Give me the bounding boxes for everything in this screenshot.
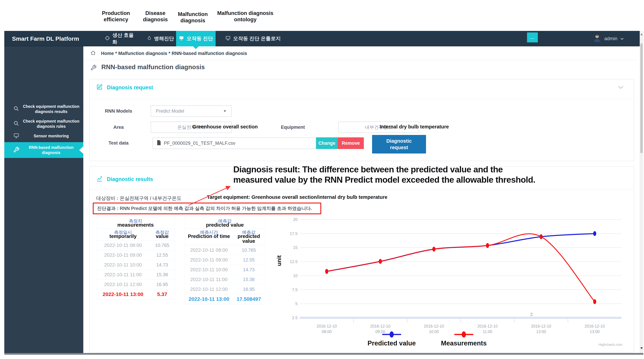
annotation-malfunction-diagnosis: Malfunction diagnosis bbox=[174, 11, 211, 24]
table-row: 2022-10-11 13:005.37 bbox=[96, 290, 175, 299]
area-label: Area bbox=[100, 125, 138, 130]
app-window: Production efficiency Disease diagnosis … bbox=[0, 0, 644, 359]
x-tick-label: 2016-12-10 bbox=[477, 324, 498, 329]
data-point-marker bbox=[325, 269, 328, 274]
scrollbar-thumb[interactable] bbox=[640, 43, 643, 153]
diagnostic-request-button[interactable]: Diagnostic request bbox=[372, 135, 426, 153]
annotation-arrow bbox=[179, 182, 237, 208]
table-row: 2022-10-11 09:0012.55 bbox=[96, 250, 175, 260]
y-tick-label: 17.5 bbox=[290, 231, 298, 236]
chart-icon bbox=[96, 175, 103, 183]
scroll-down-arrow[interactable] bbox=[640, 347, 643, 349]
table-row: 2022-10-11 13:0017.508497 bbox=[185, 294, 265, 304]
data-point-marker bbox=[432, 247, 436, 252]
x-tick-label: 2016-12-10 bbox=[316, 324, 337, 329]
equipment-label: Equipment bbox=[272, 125, 314, 130]
x-tick-label: 2016-12-10 bbox=[370, 324, 390, 329]
nav-item-disease-diagnosis[interactable]: 병해진단 bbox=[146, 31, 175, 46]
x-tick-label: 08:00 bbox=[322, 330, 332, 334]
panel-divider bbox=[90, 99, 634, 99]
legend-item[interactable]: Measurements bbox=[441, 331, 487, 347]
top-navbar: Smart Farm DL Platform 생산 효율화 병해진단 오작동 진… bbox=[4, 31, 642, 46]
x-tick-label: 09:00 bbox=[375, 330, 385, 334]
sidebar-item-sensor-monitoring[interactable]: Sensor monitoring bbox=[4, 131, 83, 141]
table-row: 2022-10-11 08:0010.765 bbox=[185, 245, 265, 255]
data-point-marker bbox=[486, 243, 489, 248]
target-equipment-ko: 대상장비 : 온실전체구역 / 내부건구온도 bbox=[96, 195, 182, 202]
user-menu[interactable]: admin bbox=[593, 34, 624, 43]
y-axis-label: unit bbox=[275, 249, 283, 273]
x-tick-label: 2016-12-10 bbox=[584, 324, 605, 329]
nav-item-malfunction-diagnosis-ontology[interactable]: 오작동 진단 온톨로지 bbox=[220, 31, 286, 46]
remove-button[interactable]: Remove bbox=[338, 137, 364, 149]
chart-credit: Highcharts.com bbox=[598, 343, 622, 347]
file-icon bbox=[157, 140, 161, 147]
table-title: 예측값 predicted value bbox=[185, 217, 265, 229]
x-tick-label: 2016-12-10 bbox=[531, 324, 551, 329]
axis-annotation: 2 bbox=[530, 312, 533, 317]
table-row: 2022-10-11 12:0016.95 bbox=[96, 280, 175, 290]
scrollbar[interactable] bbox=[640, 31, 643, 353]
y-tick-label: 15 bbox=[293, 245, 298, 250]
rnn-model-select[interactable]: Predict Model bbox=[151, 105, 232, 117]
nav-item-production-efficiency[interactable]: 생산 효율화 bbox=[105, 31, 138, 46]
chevron-down-icon bbox=[620, 36, 624, 41]
legend-label: Measurements bbox=[441, 340, 487, 347]
data-point-marker bbox=[593, 299, 596, 304]
x-tick-label: 10:00 bbox=[429, 330, 439, 334]
predicted-value-table: 예측값 predicted value 예측시간Prediction of ti… bbox=[185, 217, 265, 304]
annotation-malfunction-diagnosis-ontology: Malfunction diagnosis ontology bbox=[216, 10, 274, 23]
y-tick-label: 12.5 bbox=[290, 259, 298, 264]
equipment-input[interactable]: 내부건구온도 bbox=[338, 122, 419, 133]
dropdown-caret-icon bbox=[224, 110, 226, 112]
table-header: 예측시간Prediction of time 예측값predicted valu… bbox=[185, 229, 265, 245]
window-bottom-bar bbox=[4, 353, 643, 355]
wrench-icon bbox=[90, 64, 96, 71]
page-title: RNN-based malfunction diagnosis bbox=[101, 63, 205, 71]
section-title-diagnosis-request: Diagnosis request bbox=[107, 84, 153, 91]
sidebar-item-rnn-malfunction-diagnosis[interactable]: RNN-based malfunctiondiagnosis bbox=[4, 142, 83, 158]
breadcrumb[interactable]: Home * Malfunction diagnosis * RNN-based… bbox=[101, 51, 247, 56]
more-button[interactable]: ... bbox=[527, 32, 538, 42]
active-tab-pointer bbox=[193, 46, 198, 49]
data-point-marker bbox=[593, 231, 596, 236]
annotation-diagnosis-result-line2: measured value by the RNN Predict model … bbox=[233, 175, 535, 185]
measurements-table: 측정치 measurements 측정일시temporarily 측정값valu… bbox=[96, 217, 175, 300]
table-header: 측정일시temporarily 측정값value bbox=[96, 229, 175, 241]
legend-item[interactable]: Predicted value bbox=[368, 331, 416, 347]
wrench-icon bbox=[13, 147, 20, 153]
legend-label: Predicted value bbox=[368, 340, 416, 347]
sidebar-item-check-diagnosis-results[interactable]: Check equipment malfunctiondiagnosis res… bbox=[4, 102, 83, 116]
change-button[interactable]: Change bbox=[316, 137, 338, 149]
y-tick-label: 2.5 bbox=[292, 316, 298, 320]
data-point-marker bbox=[540, 234, 543, 239]
table-row: 2022-10-11 12:0016.95 bbox=[185, 285, 265, 294]
monitor-icon bbox=[225, 35, 231, 42]
x-tick-label: 13:00 bbox=[536, 330, 546, 334]
x-tick-label: 2016-12-10 bbox=[424, 324, 444, 329]
table-row: 2022-10-11 10:0014.73 bbox=[96, 260, 175, 270]
home-icon bbox=[90, 50, 96, 56]
table-row: 2022-10-11 08:0010.765 bbox=[96, 241, 175, 250]
brand-title: Smart Farm DL Platform bbox=[12, 31, 79, 46]
rnn-models-label: RNN Models bbox=[100, 108, 138, 114]
area-input[interactable]: 온실전체구역 bbox=[151, 122, 232, 133]
table-row: 2022-10-11 10:0014.73 bbox=[185, 265, 265, 275]
sidebar-item-check-diagnosis-rules[interactable]: Check equipment malfunctiondiagnosis rul… bbox=[4, 116, 83, 131]
search-icon bbox=[13, 106, 20, 112]
panel-divider bbox=[90, 189, 634, 190]
disease-icon bbox=[147, 35, 152, 42]
table-row: 2022-10-11 09:0012.55 bbox=[185, 255, 265, 265]
collapse-chevron-icon[interactable] bbox=[618, 85, 624, 90]
x-tick-label: 11:00 bbox=[483, 330, 492, 334]
annotation-production-efficiency: Production efficiency bbox=[96, 10, 136, 23]
edit-icon bbox=[96, 84, 103, 91]
table-row: 2022-10-11 11:0015.38 bbox=[96, 270, 175, 280]
test-data-label: Test data bbox=[100, 140, 138, 146]
nav-item-malfunction-diagnosis[interactable]: 오작동 진단 bbox=[176, 31, 216, 46]
monitor-icon bbox=[179, 35, 184, 42]
test-data-file-field[interactable]: PF_0000029_01_TEST_MALF.csv bbox=[152, 137, 316, 149]
data-point-marker bbox=[379, 259, 382, 264]
scroll-up-arrow[interactable] bbox=[640, 33, 643, 35]
search-icon bbox=[13, 120, 20, 127]
